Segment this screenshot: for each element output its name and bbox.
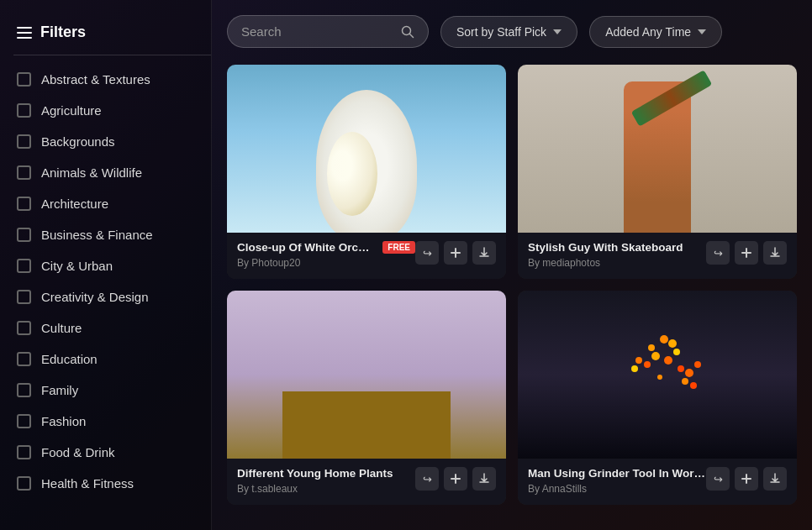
filter-checkbox-city-urban[interactable] [17,259,31,273]
sidebar-item-food-drink[interactable]: Food & Drink [13,437,211,468]
sidebar-item-health-fitness[interactable]: Health & Fitness [13,468,211,499]
sidebar-item-business-finance[interactable]: Business & Finance [13,219,211,250]
time-label: Added Any Time [605,25,691,39]
filter-label-fashion: Fashion [41,414,86,428]
image-thumb-skateboard [518,65,797,233]
image-actions-skateboard: ↪ [706,241,787,265]
topbar: Sort by Staff Pick Added Any Time [227,15,797,48]
svg-line-1 [410,34,414,37]
filter-label-culture: Culture [41,321,82,335]
image-thumb-grinder [518,291,797,459]
download-icon [769,473,781,485]
sort-label: Sort by Staff Pick [456,25,546,39]
add-icon [450,473,461,485]
download-button-grinder[interactable] [763,467,787,491]
svg-rect-5 [741,252,751,254]
add-button-skateboard[interactable] [735,241,758,265]
download-button-skateboard[interactable] [763,241,787,265]
sidebar-item-family[interactable]: Family [13,375,211,406]
filter-label-agriculture: Agriculture [41,103,102,118]
filters-header[interactable]: Filters [13,17,211,55]
filter-checkbox-culture[interactable] [17,321,31,335]
image-info-grinder: Man Using Grinder Tool In Workshop By An… [518,459,797,505]
sidebar-item-architecture[interactable]: Architecture [13,188,211,219]
image-thumb-orchid [227,65,506,233]
image-info-plants: Different Young Home Plants By t.sableau… [227,459,506,505]
filter-checkbox-backgrounds[interactable] [17,134,31,149]
filter-label-family: Family [41,383,78,397]
filter-checkbox-fashion[interactable] [17,414,31,428]
image-author-grinder: By AnnaStills [528,483,706,495]
sort-dropdown[interactable]: Sort by Staff Pick [440,16,577,48]
filter-checkbox-education[interactable] [17,352,31,366]
image-author-orchid: By Photoup20 [237,257,415,269]
filters-label: Filters [40,24,86,41]
time-dropdown[interactable]: Added Any Time [589,16,722,48]
add-icon [741,473,752,485]
image-author-skateboard: By mediaphotos [528,257,706,269]
image-title-orchid: Close-up Of White Orchid Fl... [237,241,376,254]
search-icon [401,25,414,39]
svg-rect-9 [741,478,751,480]
share-button-grinder[interactable]: ↪ [706,467,730,491]
chevron-down-icon [698,29,706,34]
filter-label-creativity-design: Creativity & Design [41,290,149,304]
filter-checkbox-food-drink[interactable] [17,445,31,459]
sidebar-item-animals-wildlife[interactable]: Animals & Wildlife [13,157,211,188]
filter-label-health-fitness: Health & Fitness [41,476,134,491]
free-badge: FREE [382,241,415,254]
hamburger-icon[interactable] [17,27,32,39]
sidebar: Filters Abstract & Textures Agriculture … [0,0,212,530]
filter-checkbox-family[interactable] [17,383,31,397]
add-button-grinder[interactable] [735,467,758,491]
download-icon [769,247,781,259]
download-icon [478,247,490,259]
filter-checkbox-business-finance[interactable] [17,228,31,242]
main-content: Sort by Staff Pick Added Any Time Close-… [212,0,812,530]
share-button-skateboard[interactable]: ↪ [706,241,730,265]
sidebar-filter-list: Abstract & Textures Agriculture Backgrou… [13,64,211,499]
download-icon [478,473,490,485]
download-button-orchid[interactable] [472,241,496,265]
svg-rect-7 [451,478,461,480]
image-card-grinder[interactable]: Man Using Grinder Tool In Workshop By An… [518,291,797,505]
filter-checkbox-health-fitness[interactable] [17,476,31,491]
filter-label-business-finance: Business & Finance [41,228,153,242]
sidebar-item-abstract-textures[interactable]: Abstract & Textures [13,64,211,95]
search-input[interactable] [241,24,393,39]
add-icon [741,247,752,259]
svg-rect-3 [451,252,461,254]
share-button-orchid[interactable]: ↪ [415,241,439,265]
filter-checkbox-agriculture[interactable] [17,103,31,118]
sidebar-item-fashion[interactable]: Fashion [13,406,211,437]
sidebar-item-city-urban[interactable]: City & Urban [13,250,211,281]
filter-checkbox-architecture[interactable] [17,197,31,211]
image-info-orchid: Close-up Of White Orchid Fl... FREE By P… [227,233,506,279]
share-button-plants[interactable]: ↪ [415,467,439,491]
sidebar-item-education[interactable]: Education [13,344,211,375]
sidebar-item-creativity-design[interactable]: Creativity & Design [13,281,211,312]
add-icon [450,247,461,259]
image-card-skateboard[interactable]: Stylish Guy With Skateboard By mediaphot… [518,65,797,279]
filter-label-education: Education [41,352,98,366]
image-title-plants: Different Young Home Plants [237,467,415,480]
image-info-skateboard: Stylish Guy With Skateboard By mediaphot… [518,233,797,279]
filter-checkbox-animals-wildlife[interactable] [17,165,31,180]
filter-label-backgrounds: Backgrounds [41,134,115,149]
download-button-plants[interactable] [472,467,496,491]
sidebar-item-agriculture[interactable]: Agriculture [13,95,211,126]
image-card-orchid[interactable]: Close-up Of White Orchid Fl... FREE By P… [227,65,506,279]
image-grid: Close-up Of White Orchid Fl... FREE By P… [227,65,797,505]
add-button-plants[interactable] [444,467,467,491]
search-box[interactable] [227,15,429,48]
sidebar-item-backgrounds[interactable]: Backgrounds [13,126,211,157]
filter-checkbox-abstract-textures[interactable] [17,72,31,87]
image-title-skateboard: Stylish Guy With Skateboard [528,241,706,254]
sidebar-item-culture[interactable]: Culture [13,312,211,344]
add-button-orchid[interactable] [444,241,467,265]
image-actions-orchid: ↪ [415,241,496,265]
filter-checkbox-creativity-design[interactable] [17,290,31,304]
image-actions-plants: ↪ [415,467,496,491]
image-card-plants[interactable]: Different Young Home Plants By t.sableau… [227,291,506,505]
image-title-grinder: Man Using Grinder Tool In Workshop [528,467,706,480]
